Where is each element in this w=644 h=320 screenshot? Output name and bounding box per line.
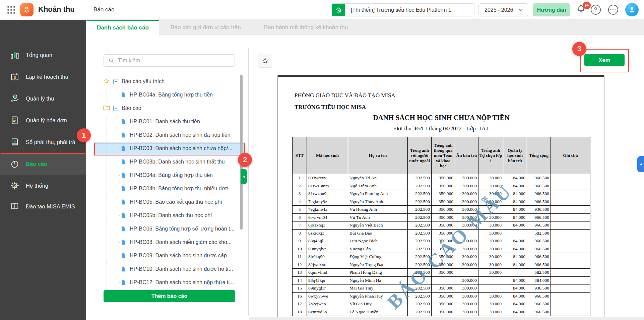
tree-item[interactable]: HP-BC12: Danh sách học sinh nộp thừa ti.… bbox=[86, 276, 248, 289]
tree-item[interactable]: HP-BC05b: Danh sách thu học phí bbox=[86, 209, 248, 222]
favorites-star-icon bbox=[103, 78, 110, 86]
view-report-button[interactable]: Xem bbox=[584, 54, 625, 66]
sidebar-item-5[interactable]: $Sổ phải thu, phải trả bbox=[0, 131, 86, 153]
tree-scrollbar[interactable] bbox=[240, 75, 243, 230]
table-cell: 202.500 bbox=[408, 300, 432, 308]
sidebar-item-4[interactable]: Quản lý hóa đơn bbox=[0, 110, 86, 131]
khoan-thu-app-icon[interactable]: $ bbox=[20, 3, 34, 16]
top-bar: $ Khoản thu Báo cáo [Thí điểm] Trường ti… bbox=[0, 0, 644, 20]
file-icon bbox=[121, 145, 126, 153]
report-tree: Báo cáo yêu thíchHP-BC04a: Bảng tổng hợp… bbox=[86, 75, 248, 289]
table-cell: 30.000 bbox=[478, 221, 503, 230]
sidebar-item-1[interactable]: Tổng quan bbox=[0, 44, 86, 66]
tree-item[interactable]: HP-BC09: Danh sách học sinh được cấp ... bbox=[86, 249, 248, 262]
collapse-panel-handle[interactable]: ◀ bbox=[241, 169, 247, 184]
tree-item[interactable]: HP-BC06: Bảng tổng hợp số lượng hoàn t..… bbox=[86, 222, 248, 236]
table-cell: 6xmrvd5o bbox=[307, 308, 348, 316]
table-row: 1569mygl3rMai Gia Huy202.500350.000300.0… bbox=[293, 284, 590, 293]
table-cell: 17 bbox=[293, 300, 307, 308]
table-cell: 350.000 bbox=[432, 308, 455, 316]
table-cell: 300.000 bbox=[455, 213, 478, 221]
tree-item[interactable]: HP-BC10: Danh sách học sinh được hỗ tr..… bbox=[86, 262, 248, 276]
bar-chart-icon bbox=[10, 50, 19, 60]
table-cell bbox=[551, 261, 590, 269]
file-icon bbox=[121, 172, 126, 180]
sidebar-item-2[interactable]: $Lập kế hoạch thu bbox=[0, 66, 86, 87]
table-cell: 300.000 bbox=[455, 276, 478, 284]
user-avatar[interactable] bbox=[625, 3, 639, 16]
guide-button[interactable]: Hướng dẫn bbox=[533, 3, 570, 16]
table-cell: 5 bbox=[293, 206, 307, 214]
table-cell: 300.000 bbox=[455, 221, 478, 230]
help-button[interactable]: ? bbox=[591, 5, 601, 15]
table-cell: 3 bbox=[293, 190, 307, 198]
table-row: 281rwz3mmNgô Trâm Anh202.500350.000300.0… bbox=[293, 182, 590, 190]
sidebar-item-label: Lập kế hoạch thu bbox=[26, 74, 68, 80]
school-selector[interactable]: [Thí điểm] Trường tiểu học Edu Platform … bbox=[332, 3, 474, 16]
file-icon bbox=[121, 159, 126, 166]
tab-bao-cao-gui-don-vi[interactable]: Báo cáo gửi đơn vị cấp trên bbox=[159, 20, 252, 35]
table-cell: Lưu Ngọc Bích bbox=[348, 237, 408, 245]
table-cell: 936.500 bbox=[527, 284, 551, 293]
invoice-icon bbox=[10, 116, 19, 125]
tree-item[interactable]: HP-BC02: Danh sách học sinh đã nộp tiền bbox=[86, 128, 248, 142]
tree-item[interactable]: Báo cáo bbox=[86, 102, 248, 115]
table-cell: 15 bbox=[293, 284, 307, 293]
table-cell: 300.000 bbox=[455, 174, 478, 182]
table-header-cell: Tiếng anh thông qua môn Toán và khoa học bbox=[432, 137, 455, 174]
more-options-button[interactable]: ··· bbox=[608, 5, 618, 15]
table-cell: 10 bbox=[293, 245, 307, 253]
tree-item-selected[interactable]: HP-BC03: Danh sách học sinh chưa nộp/... bbox=[86, 142, 248, 155]
top-menu-bao-cao[interactable]: Báo cáo bbox=[93, 6, 114, 13]
sidebar-item-7[interactable]: Hệ thống bbox=[0, 175, 86, 196]
sidebar-item-8[interactable]: Đào tạo MISA EMIS bbox=[0, 196, 86, 217]
table-cell bbox=[551, 182, 590, 190]
table-cell: 936.500 bbox=[527, 206, 551, 214]
tree-item[interactable]: HP-BC01: Danh sách thu tiền bbox=[86, 115, 248, 128]
table-cell: 30.000 bbox=[478, 182, 503, 190]
table-cell: 202.500 bbox=[408, 269, 432, 277]
tree-item[interactable]: HP-BC04a: Bảng tổng hợp thu tiền bbox=[86, 169, 248, 182]
table-cell: 84.000 bbox=[503, 182, 527, 190]
tree-item[interactable]: Báo cáo yêu thích bbox=[86, 75, 248, 88]
app-grid-icon[interactable] bbox=[7, 6, 15, 14]
tree-item[interactable]: HP-BC08: Danh sách miễn giảm các kho... bbox=[86, 236, 248, 249]
table-cell: Vũ Hoàng Anh bbox=[348, 206, 408, 214]
table-cell: 202.500 bbox=[408, 237, 432, 245]
table-cell: 4 bbox=[293, 198, 307, 206]
table-cell: 202.500 bbox=[408, 182, 432, 190]
collapse-minus-icon[interactable] bbox=[113, 79, 118, 84]
sidebar-item-3[interactable]: $Quản lý thu bbox=[0, 88, 86, 109]
sidebar-item-6[interactable]: Báo cáo bbox=[0, 153, 86, 175]
school-year-dropdown[interactable]: 2025 - 2026 bbox=[478, 3, 528, 16]
tab-danh-sach-bao-cao[interactable]: Danh sách báo cáo bbox=[86, 20, 159, 35]
school-year-value: 2025 - 2026 bbox=[485, 7, 513, 13]
sidebar: Tổng quan$Lập kế hoạch thu$Quản lý thuQu… bbox=[0, 20, 86, 320]
tree-item[interactable]: HP-BC05: Báo cáo kết quả thu học phí bbox=[86, 195, 248, 209]
expand-right-panel-handle[interactable]: ◀ bbox=[637, 156, 644, 172]
table-cell bbox=[551, 253, 590, 261]
tree-item[interactable]: HP-BC04a: Bảng tổng hợp thu tiền bbox=[86, 88, 248, 102]
tree-item[interactable]: HP-BC04b: Bảng tổng hợp thu nhiều đợt/..… bbox=[86, 182, 248, 195]
table-row: 983q43jjlLưu Ngọc Bích202.500350.000300.… bbox=[293, 237, 590, 245]
table-cell: 7egkmy9z bbox=[307, 198, 348, 206]
collapse-minus-icon[interactable] bbox=[113, 106, 118, 111]
tab-ban-hanh-ma-thong-ke[interactable]: Ban hành mã thống kê khoản thu bbox=[252, 20, 360, 35]
notifications-button[interactable]: 9+ bbox=[576, 4, 588, 16]
folder-icon bbox=[103, 105, 110, 112]
table-cell: Nguyễn Trí An bbox=[348, 174, 408, 182]
search-input[interactable]: Tìm kiếm bbox=[104, 54, 235, 67]
search-placeholder: Tìm kiếm bbox=[118, 58, 140, 64]
table-cell: Nguyễn Phương Anh bbox=[348, 190, 408, 198]
favorite-toggle-button[interactable] bbox=[258, 54, 272, 68]
table-cell: 966.500 bbox=[527, 198, 551, 206]
table-cell: Nguyễn Minh Hà bbox=[348, 276, 408, 284]
file-icon bbox=[121, 226, 126, 233]
table-cell: 9 bbox=[293, 237, 307, 245]
add-report-button[interactable]: Thêm báo cáo bbox=[104, 290, 235, 302]
table-cell: 350.000 bbox=[432, 190, 455, 198]
table-cell: 202.500 bbox=[408, 284, 432, 293]
tree-item-label: HP-BC04a: Bảng tổng hợp thu tiền bbox=[130, 172, 213, 178]
table-cell: 69mygl3r bbox=[307, 284, 348, 293]
tree-item[interactable]: HP-BC03b: Danh sách học sinh thất thu bbox=[86, 155, 248, 169]
